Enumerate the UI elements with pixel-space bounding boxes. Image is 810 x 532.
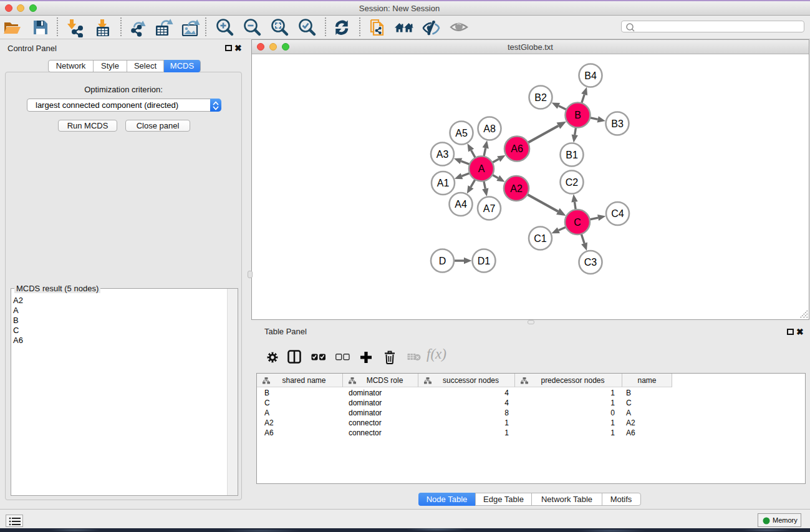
svg-text:A6: A6 — [511, 143, 523, 154]
svg-text:C1: C1 — [534, 233, 547, 244]
svg-text:B3: B3 — [611, 118, 624, 129]
svg-text:C: C — [574, 217, 581, 228]
svg-text:A4: A4 — [455, 199, 467, 210]
svg-text:D1: D1 — [478, 256, 491, 266]
svg-text:B: B — [574, 110, 581, 120]
svg-text:A5: A5 — [455, 128, 468, 138]
svg-text:A8: A8 — [483, 123, 496, 134]
svg-text:B4: B4 — [584, 70, 597, 81]
svg-text:A3: A3 — [436, 149, 449, 160]
svg-text:C4: C4 — [611, 208, 624, 219]
svg-text:D: D — [439, 256, 446, 266]
svg-text:C3: C3 — [584, 257, 597, 268]
svg-text:A2: A2 — [510, 183, 523, 194]
svg-text:B1: B1 — [566, 150, 578, 160]
svg-text:A1: A1 — [437, 178, 450, 188]
svg-text:A: A — [478, 163, 485, 174]
svg-text:A7: A7 — [483, 203, 496, 214]
svg-text:B2: B2 — [534, 92, 547, 103]
svg-text:C2: C2 — [566, 177, 579, 188]
